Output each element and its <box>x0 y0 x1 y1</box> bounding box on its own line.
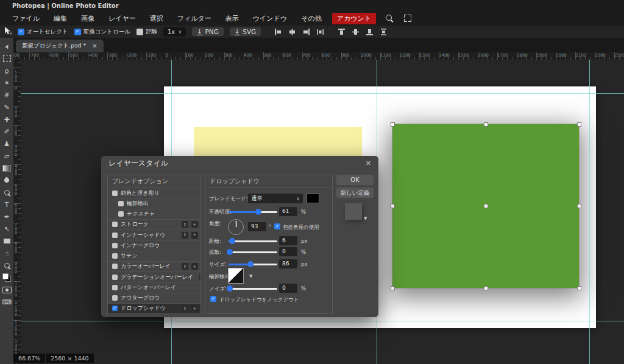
slider[interactable] <box>229 249 277 255</box>
tool-eyedropper[interactable]: ✎ <box>0 101 13 113</box>
fullscreen-icon[interactable] <box>404 15 411 22</box>
style-item[interactable]: サテン <box>108 251 200 261</box>
style-item[interactable]: カラーオーバーレイ↕+ <box>108 261 200 271</box>
slider[interactable] <box>229 285 277 292</box>
slider-thumb[interactable] <box>247 261 254 267</box>
slider[interactable] <box>229 261 277 267</box>
style-item[interactable]: ドロップシャドウ↕+ <box>108 303 200 313</box>
menu-item[interactable]: フィルター <box>177 14 211 23</box>
selection-handle[interactable] <box>391 286 395 290</box>
green-rectangle-layer[interactable] <box>392 124 579 288</box>
selection-handle[interactable] <box>391 204 395 208</box>
value-input[interactable]: 61 <box>279 207 297 216</box>
value-input[interactable]: 6 <box>279 236 297 245</box>
slider-thumb[interactable] <box>227 249 233 255</box>
tool-blur[interactable] <box>0 174 13 186</box>
style-checkbox[interactable] <box>112 295 118 301</box>
style-checkbox[interactable] <box>118 211 124 217</box>
tool-path-select[interactable]: ↖ <box>0 223 13 235</box>
style-checkbox[interactable] <box>112 233 118 238</box>
guide-vertical[interactable] <box>589 60 590 364</box>
menu-item[interactable]: 編集 <box>54 14 67 23</box>
close-icon[interactable]: ✕ <box>92 43 97 49</box>
reorder-style-button[interactable]: ↕ <box>182 221 188 228</box>
add-style-button[interactable]: + <box>191 263 198 270</box>
tool-zoom[interactable] <box>0 259 13 271</box>
style-checkbox[interactable] <box>112 253 118 259</box>
tool-keyboard[interactable]: ⌨ <box>0 296 13 308</box>
slider[interactable] <box>229 209 277 215</box>
search-icon[interactable] <box>385 14 394 23</box>
contour-dropdown-icon[interactable]: ▼ <box>249 274 252 279</box>
style-checkbox[interactable] <box>112 275 118 280</box>
slider-thumb[interactable] <box>229 238 235 244</box>
tool-type[interactable]: T <box>0 198 13 211</box>
style-checkbox[interactable] <box>118 201 124 206</box>
distance-checkbox[interactable] <box>136 29 143 35</box>
knockout-checkbox[interactable] <box>210 296 216 302</box>
zoom-level[interactable]: 66.67% <box>13 355 45 362</box>
slider[interactable] <box>229 238 277 244</box>
selection-handle[interactable] <box>484 286 488 290</box>
menu-item[interactable]: 表示 <box>225 14 239 23</box>
ok-button[interactable]: OK <box>336 175 374 185</box>
style-item[interactable]: 輪郭検出 <box>108 198 200 208</box>
reorder-style-button[interactable]: ↕ <box>182 232 188 239</box>
distribute-v-icon[interactable] <box>380 28 388 36</box>
style-item[interactable]: インナーグロウ <box>108 240 200 250</box>
style-item[interactable]: パターンオーバーレイ <box>108 282 200 292</box>
style-checkbox[interactable] <box>112 222 118 227</box>
account-button[interactable]: アカウント <box>332 13 376 24</box>
foreground-color[interactable] <box>2 273 9 279</box>
guide-horizontal[interactable] <box>21 93 624 94</box>
style-item[interactable]: ストローク↕+ <box>108 219 200 229</box>
document-tab[interactable]: 新規プロジェクト.psd * ✕ <box>16 40 104 52</box>
shadow-color-swatch[interactable] <box>307 194 319 203</box>
selection-handle[interactable] <box>484 122 488 127</box>
slider-thumb[interactable] <box>255 209 261 215</box>
reorder-style-button[interactable]: ↕ <box>182 305 188 312</box>
angle-value-input[interactable]: 93 <box>248 222 266 231</box>
tool-color-swatches[interactable] <box>0 271 13 284</box>
style-checkbox[interactable] <box>112 243 118 248</box>
new-style-button[interactable]: 新しい定義 <box>336 187 374 198</box>
tool-marquee[interactable] <box>0 52 13 65</box>
reorder-style-button[interactable]: ↕ <box>199 274 200 281</box>
style-checkbox[interactable] <box>112 264 118 269</box>
tool-rectangle-shape[interactable] <box>0 235 13 247</box>
selection-handle[interactable] <box>391 122 395 127</box>
tool-clone-stamp[interactable]: ♟ <box>0 138 13 150</box>
export-svg-button[interactable]: ↓ SVG <box>230 27 261 36</box>
tool-move[interactable]: ➤ <box>0 40 13 52</box>
selection-handle[interactable] <box>577 286 581 290</box>
align-bottom-icon[interactable] <box>366 28 374 36</box>
tool-magic-wand[interactable]: ✶ <box>0 77 13 89</box>
menu-item[interactable]: レイヤー <box>108 14 136 23</box>
transform-controls-checkbox[interactable] <box>74 29 81 35</box>
align-hcenter-icon[interactable] <box>288 28 296 36</box>
style-preview-swatch[interactable] <box>345 203 362 220</box>
guide-horizontal[interactable] <box>21 321 624 321</box>
tool-lasso[interactable]: ϱ <box>0 65 13 77</box>
pixel-ratio-select[interactable]: 1x ∨ <box>163 27 186 37</box>
align-vcenter-icon[interactable] <box>352 28 360 36</box>
value-input[interactable]: 0 <box>279 247 297 256</box>
slider-thumb[interactable] <box>227 285 233 292</box>
preview-dropdown-icon[interactable]: ▼ <box>364 216 367 221</box>
style-item[interactable]: インナーシャドウ↕+ <box>108 229 200 240</box>
add-style-button[interactable]: + <box>191 232 198 239</box>
global-light-checkbox[interactable] <box>274 223 280 229</box>
tool-gradient[interactable] <box>0 162 13 174</box>
align-left-icon[interactable] <box>274 28 282 36</box>
align-right-icon[interactable] <box>302 28 310 36</box>
reorder-style-button[interactable]: ↕ <box>182 263 188 270</box>
value-input[interactable]: 0 <box>279 284 297 293</box>
style-checkbox[interactable] <box>112 191 118 196</box>
selection-handle[interactable] <box>577 122 581 127</box>
style-item[interactable]: 斜角と浮き彫り <box>108 187 200 198</box>
menu-item[interactable]: その他 <box>301 14 322 23</box>
distribute-h-icon[interactable] <box>316 28 324 36</box>
selection-handle[interactable] <box>484 204 488 208</box>
tool-brush[interactable]: ✐ <box>0 125 13 138</box>
style-checkbox[interactable] <box>112 306 118 311</box>
